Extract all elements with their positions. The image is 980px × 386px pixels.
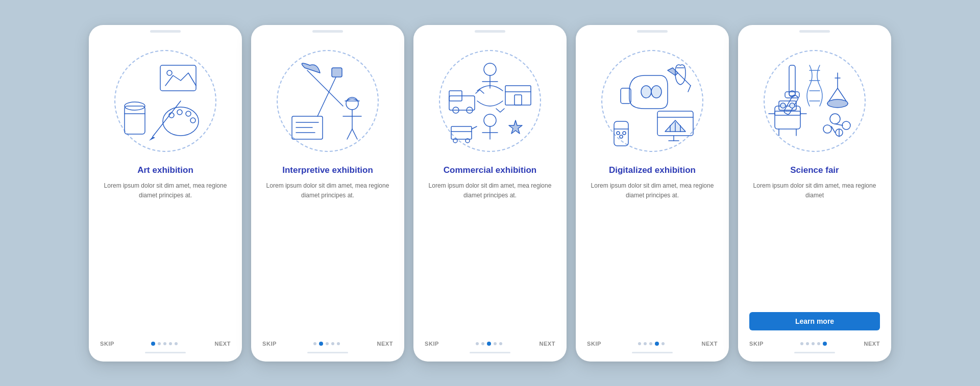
card-desc: Lorem ipsum dolor sit dim amet, mea regi… [425,181,555,332]
svg-point-79 [790,103,795,108]
skip-button[interactable]: SKIP [587,341,601,347]
dot-5 [175,342,178,345]
dot-5 [337,342,340,345]
svg-line-10 [153,101,181,137]
card-footer: SKIP NEXT [587,337,718,347]
svg-point-45 [641,86,651,98]
svg-rect-39 [451,126,472,139]
next-button[interactable]: NEXT [701,341,718,347]
svg-marker-38 [509,120,522,134]
svg-rect-14 [332,68,342,77]
illustration-art [107,42,224,160]
commercial-illustration [439,50,541,152]
bottom-line [470,352,510,353]
card-desc: Lorem ipsum dolor sit dim amet, mea regi… [100,181,231,332]
svg-rect-3 [160,65,196,91]
skip-button[interactable]: SKIP [262,341,277,347]
dot-5 [662,342,665,345]
illustration-digitalized [594,42,711,160]
card-desc: Lorem ipsum dolor sit dim amet, mea regi… [587,181,718,332]
dot-1 [151,342,155,346]
dot-5 [499,342,502,345]
dot-3 [163,342,166,345]
dot-1 [476,342,479,345]
dot-2 [806,342,809,345]
bottom-line [307,352,348,353]
svg-point-55 [617,132,620,135]
card-footer: SKIP NEXT [749,337,880,347]
art-illustration [114,50,216,152]
skip-button[interactable]: SKIP [749,341,764,347]
learn-more-button[interactable]: Learn more [749,312,880,330]
pagination-dots [800,342,827,346]
card-commercial-exhibition: Commercial exhibition Lorem ipsum dolor … [413,25,567,362]
next-button[interactable]: NEXT [214,341,231,347]
card-science-fair: Science fair Lorem ipsum dolor sit dim a… [738,25,891,362]
dot-1 [638,342,641,345]
cards-container: Art exhibition Lorem ipsum dolor sit dim… [89,25,891,362]
digitalized-illustration [601,50,703,152]
svg-point-56 [623,132,626,135]
card-footer: SKIP NEXT [425,337,555,347]
illustration-commercial [431,42,549,160]
svg-point-5 [163,107,199,136]
svg-point-4 [167,70,172,75]
svg-point-78 [780,103,786,108]
dot-2 [644,342,647,345]
dot-1 [313,342,316,345]
dot-5 [823,342,827,346]
next-button[interactable]: NEXT [539,341,555,347]
svg-point-8 [186,111,191,116]
card-title: Commercial exhibition [444,165,536,176]
svg-line-48 [688,86,691,92]
svg-rect-53 [614,121,628,146]
svg-marker-11 [149,137,155,141]
skip-button[interactable]: SKIP [100,341,114,347]
dot-2 [319,342,323,346]
card-title: Art exhibition [137,165,193,176]
svg-point-69 [830,114,840,124]
svg-rect-32 [505,86,531,105]
dot-3 [649,342,652,345]
bottom-line [632,352,673,353]
bottom-line [794,352,835,353]
svg-point-70 [842,121,850,130]
dot-2 [158,342,161,345]
card-desc: Lorem ipsum dolor sit dim amet, mea regi… [749,181,880,308]
svg-rect-76 [775,106,800,129]
dot-4 [494,342,497,345]
svg-rect-34 [514,95,522,105]
next-button[interactable]: NEXT [377,341,393,347]
svg-point-68 [827,99,848,108]
dot-3 [487,342,491,346]
pagination-dots [476,342,502,346]
svg-line-75 [831,126,835,133]
card-interpretive-exhibition: Interpretive exhibition Lorem ipsum dolo… [251,25,404,362]
svg-line-43 [472,126,477,129]
skip-button[interactable]: SKIP [425,341,439,347]
interpretive-illustration [277,50,379,152]
svg-point-72 [823,125,831,133]
card-desc: Lorem ipsum dolor sit dim amet, mea regi… [262,181,393,332]
svg-point-9 [190,118,195,123]
dot-4 [655,342,659,346]
dot-3 [812,342,815,345]
dot-4 [169,342,172,345]
bottom-line [145,352,186,353]
dot-4 [331,342,334,345]
svg-point-25 [484,63,496,75]
card-art-exhibition: Art exhibition Lorem ipsum dolor sit dim… [89,25,242,362]
card-title: Interpretive exhibition [282,165,373,176]
card-digitalized-exhibition: Digitalized exhibition Lorem ipsum dolor… [576,25,729,362]
svg-point-57 [620,135,623,138]
card-footer: SKIP NEXT [262,337,393,347]
next-button[interactable]: NEXT [864,341,880,347]
svg-line-22 [347,129,352,139]
dot-4 [817,342,820,345]
dot-3 [326,342,329,345]
science-illustration [764,50,866,152]
dot-2 [481,342,484,345]
dot-1 [800,342,803,345]
card-title: Digitalized exhibition [609,165,696,176]
svg-point-7 [177,110,182,115]
